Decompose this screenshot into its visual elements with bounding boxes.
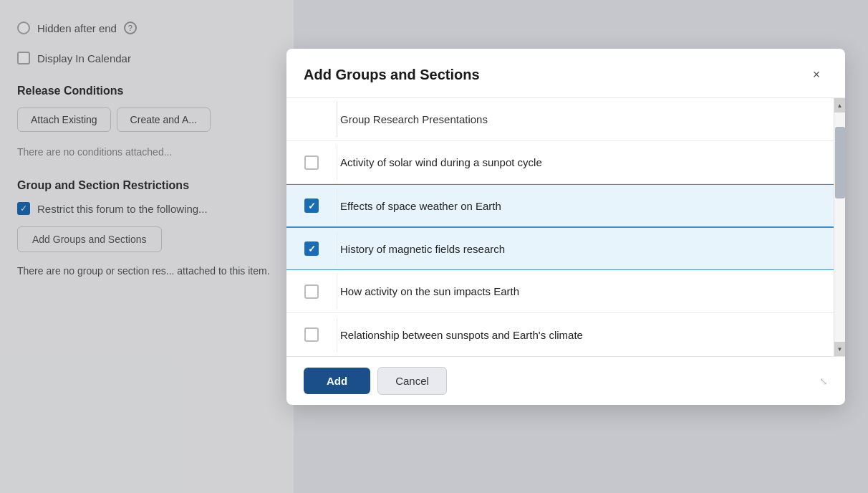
table-row: Relationship between sunspots and Earth'… — [286, 313, 834, 356]
scroll-up-button[interactable]: ▲ — [834, 98, 846, 113]
modal-body: Group Research PresentationsActivity of … — [286, 98, 845, 356]
modal-header: Add Groups and Sections × — [286, 49, 845, 98]
cancel-button[interactable]: Cancel — [377, 367, 447, 395]
row-text: Effects of space weather on Earth — [337, 188, 834, 224]
row-checkbox[interactable] — [304, 155, 319, 170]
table-row: Effects of space weather on Earth — [286, 184, 834, 227]
row-text: Relationship between sunspots and Earth'… — [337, 317, 834, 353]
checkbox-cell — [286, 273, 337, 310]
row-checkbox[interactable] — [304, 198, 319, 213]
modal-title: Add Groups and Sections — [304, 67, 480, 83]
modal-close-button[interactable]: × — [805, 63, 828, 86]
row-checkbox[interactable] — [304, 284, 319, 299]
scroll-track — [834, 113, 845, 342]
table-row: History of magnetic fields research — [286, 227, 834, 270]
checkbox-cell — [286, 316, 337, 353]
table-row: How activity on the sun impacts Earth — [286, 270, 834, 313]
checkbox-cell — [286, 187, 337, 224]
row-text: History of magnetic fields research — [337, 231, 834, 267]
checkbox-cell — [286, 108, 337, 131]
row-text: How activity on the sun impacts Earth — [337, 274, 834, 309]
row-text: Activity of solar wind during a sunpot c… — [337, 145, 834, 180]
row-checkbox[interactable] — [304, 327, 319, 342]
footer-buttons: Add Cancel — [304, 367, 447, 395]
checkbox-cell — [286, 230, 337, 267]
groups-table: Group Research PresentationsActivity of … — [286, 98, 834, 356]
resize-icon: ⤡ — [819, 375, 828, 387]
scroll-down-button[interactable]: ▼ — [834, 342, 846, 356]
row-text: Group Research Presentations — [337, 102, 834, 137]
row-checkbox[interactable] — [304, 241, 319, 256]
add-groups-modal: Add Groups and Sections × Group Research… — [286, 49, 845, 405]
table-row: Group Research Presentations — [286, 98, 834, 141]
table-row: Activity of solar wind during a sunpot c… — [286, 141, 834, 184]
add-button[interactable]: Add — [304, 368, 370, 394]
modal-footer: Add Cancel ⤡ — [286, 356, 845, 405]
scroll-thumb[interactable] — [835, 127, 845, 198]
scrollbar[interactable]: ▲ ▼ — [834, 98, 845, 356]
checkbox-cell — [286, 144, 337, 181]
